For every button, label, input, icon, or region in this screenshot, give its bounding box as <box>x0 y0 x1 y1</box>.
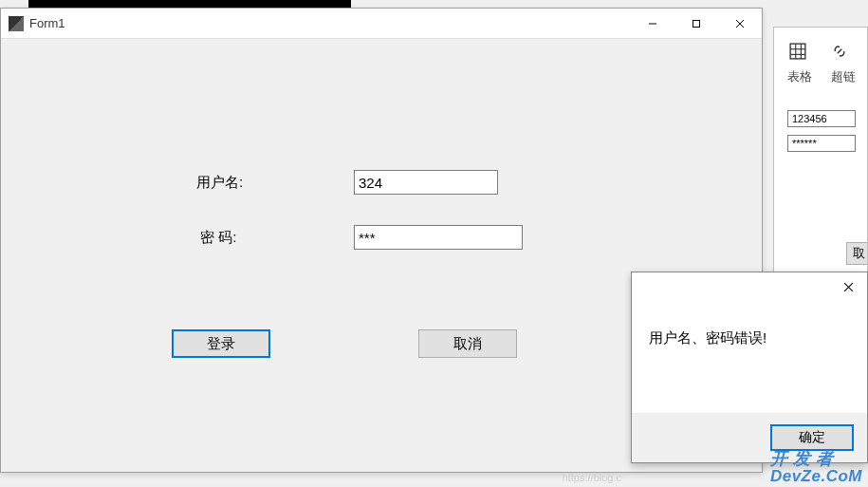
titlebar[interactable]: Form1 <box>1 9 762 39</box>
bg-field-1[interactable] <box>787 110 856 127</box>
msgbox-titlebar[interactable] <box>632 272 867 303</box>
msgbox-ok-button[interactable]: 确定 <box>770 424 854 451</box>
close-button[interactable] <box>718 9 762 39</box>
password-label: 密 码: <box>200 229 236 247</box>
faint-url-watermark: https://blog.c <box>563 472 621 483</box>
minimize-button[interactable] <box>631 9 674 39</box>
svg-rect-6 <box>693 20 700 27</box>
window-title: Form1 <box>29 16 631 30</box>
close-icon[interactable] <box>843 281 854 295</box>
table-icon[interactable] <box>789 43 806 65</box>
svg-rect-0 <box>790 44 805 59</box>
hyperlink-icon[interactable] <box>831 43 848 65</box>
ribbon-table-label[interactable]: 表格 <box>787 68 812 85</box>
password-input[interactable] <box>354 225 523 250</box>
bg-partial-button[interactable]: 取 <box>846 242 867 265</box>
username-input[interactable] <box>354 170 498 195</box>
login-button[interactable]: 登录 <box>172 329 270 358</box>
app-icon <box>9 16 24 31</box>
cancel-button[interactable]: 取消 <box>418 329 517 358</box>
bg-field-2[interactable] <box>787 135 856 152</box>
msgbox-message: 用户名、密码错误! <box>632 303 867 347</box>
background-ribbon-panel: 表格 超链 取 <box>773 27 868 273</box>
username-label: 用户名: <box>196 174 243 192</box>
watermark-line2: DevZe.CoM <box>770 468 862 485</box>
maximize-button[interactable] <box>674 9 718 39</box>
ribbon-hyperlink-label[interactable]: 超链 <box>831 68 856 85</box>
error-messagebox: 用户名、密码错误! 确定 <box>631 272 868 463</box>
